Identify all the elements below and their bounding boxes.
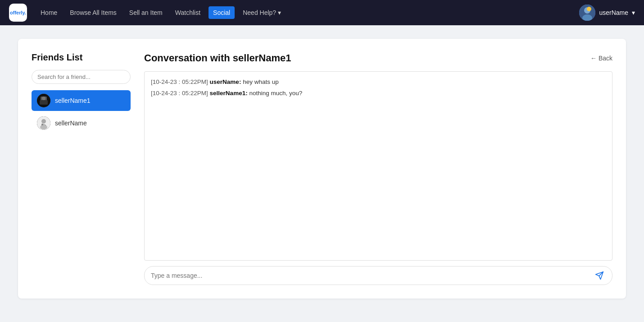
conversation-header: Conversation with sellerName1 ← Back xyxy=(144,52,612,64)
send-button[interactable] xyxy=(593,270,606,281)
svg-point-10 xyxy=(40,125,47,129)
username-label: userName xyxy=(599,9,628,16)
message-2: [10-24-23 : 05:22PM] sellerName1: nothin… xyxy=(151,88,606,99)
back-button[interactable]: ← Back xyxy=(590,55,612,62)
friend-avatar-sellername xyxy=(37,116,50,130)
msg1-timestamp: [10-24-23 : 05:22PM] xyxy=(151,78,208,85)
message-input[interactable] xyxy=(151,272,593,279)
user-menu[interactable]: userName ▾ xyxy=(579,5,635,21)
layout: Friends List sellerName1 xyxy=(32,52,612,285)
conversation-title: Conversation with sellerName1 xyxy=(144,52,291,64)
friend-name-sellername: sellerName xyxy=(55,120,87,127)
send-icon xyxy=(595,271,604,280)
user-chevron-icon: ▾ xyxy=(632,9,635,16)
msg2-sender: sellerName1: xyxy=(210,90,248,97)
msg1-sender: userName: xyxy=(210,78,241,85)
friends-panel: Friends List sellerName1 xyxy=(32,52,131,135)
msg2-text: nothing much, you? xyxy=(249,90,302,97)
main-content: Friends List sellerName1 xyxy=(0,25,644,312)
navbar: offerly. Home Browse All Items Sell an I… xyxy=(0,0,644,25)
nav-home[interactable]: Home xyxy=(36,6,62,19)
friend-item-sellername[interactable]: sellerName xyxy=(32,113,131,133)
friend-item-sellername1[interactable]: sellerName1 xyxy=(32,90,131,111)
avatar xyxy=(579,5,595,21)
nav-help[interactable]: Need Help? ▾ xyxy=(238,6,286,19)
friend-name-sellername1: sellerName1 xyxy=(55,97,91,104)
chevron-down-icon: ▾ xyxy=(278,9,281,16)
back-arrow-icon: ← xyxy=(590,55,597,62)
message-1: [10-24-23 : 05:22PM] userName: hey whats… xyxy=(151,77,606,87)
friend-avatar-sellername1 xyxy=(37,94,50,107)
svg-rect-6 xyxy=(40,100,48,105)
friends-title: Friends List xyxy=(32,52,131,63)
logo[interactable]: offerly. xyxy=(9,4,27,22)
svg-point-7 xyxy=(42,97,45,100)
conversation-panel: Conversation with sellerName1 ← Back [10… xyxy=(144,52,612,285)
svg-point-3 xyxy=(587,7,591,11)
nav-watchlist[interactable]: Watchlist xyxy=(171,6,205,19)
msg2-timestamp: [10-24-23 : 05:22PM] xyxy=(151,90,208,97)
nav-sell[interactable]: Sell an Item xyxy=(125,6,167,19)
friend-search-input[interactable] xyxy=(32,70,131,84)
nav-social[interactable]: Social xyxy=(209,6,235,19)
svg-point-9 xyxy=(41,119,46,124)
message-input-row xyxy=(144,266,612,285)
logo-text: offerly. xyxy=(10,10,26,15)
nav-browse[interactable]: Browse All Items xyxy=(65,6,121,19)
chat-messages: [10-24-23 : 05:22PM] userName: hey whats… xyxy=(144,71,612,261)
main-card: Friends List sellerName1 xyxy=(18,39,626,299)
msg1-text: hey whats up xyxy=(243,78,279,85)
